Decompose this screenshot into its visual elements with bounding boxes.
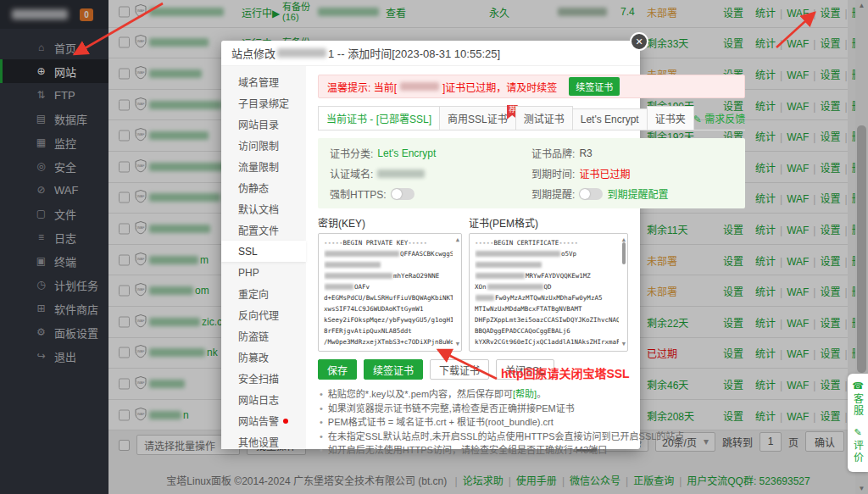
cert-text: kYXRv2CGt960eICjxQC1addlA1NAksZHIrxmaFh5… [475,338,619,346]
cert-text-line: kSeey2iFOkspMqez/ybFywqyGU5/g1ogHIBsig0k… [324,314,453,325]
modal-menu-伪静态[interactable]: 伪静态 [221,177,306,198]
cert-text-line: XOnQD [475,281,619,292]
cert-text: /Mw0pe3MdRzxejXTmbS3+c7ODiXPjn8uWo076/K [324,338,453,346]
ssl-note: •如果浏览器提示证书链不完整,请检查是否正确拼接PEM证书 [318,402,745,416]
cert-field-label: 证书品牌: [531,146,575,160]
note-icon: ✎ [693,114,704,125]
close-icon[interactable]: ✕ [630,32,648,51]
pem-cert-textarea[interactable]: ▲ ▼ -----BEGIN CERTIFICATE-----o5VpMRYwF… [469,233,628,352]
review-label: 评价 [851,440,865,463]
review-button[interactable]: ✎ 评价 [851,427,865,463]
ssl-note: •如开启后无法使用HTTPS访问，请检查安全组是否正确放行443端口 [318,443,745,458]
modal-menu-防篡改[interactable]: 防篡改 [221,347,306,368]
cert-text: -----BEGIN PRIVATE KEY----- [324,239,427,247]
scroll-down-icon[interactable]: ▼ [456,339,459,350]
cert-text: Fw0yMzAzMTQwNzUxMDhaFw0yMzA5 [495,294,602,302]
customer-service-button[interactable]: ☎ 客服 [851,380,865,417]
ssl-tabs: 当前证书 - [已部署SSL]商用SSL证书荐测试证书Let's Encrypt… [318,106,745,130]
modal-menu-域名管理[interactable]: 域名管理 [221,71,306,92]
renew-cert-button[interactable]: 续签证书 [569,77,620,96]
feedback-label: 需求反馈 [704,114,745,125]
bullet-icon: • [320,387,323,402]
modal-menu-子目录绑定[interactable]: 子目录绑定 [221,92,306,114]
cert-text: QD [544,283,552,291]
cert-text-blurred [476,273,525,279]
tab-Let's Encrypt[interactable]: Let's Encrypt [572,108,648,130]
modal-menu-流量限制[interactable]: 流量限制 [221,156,306,177]
cert-text: DHFpZXppLmt3ei5oazCCASIwDQYJKoZIhvcNAQE [475,316,619,324]
下载证书-button[interactable]: 下载证书 [430,359,489,380]
alert-text-suffix: ]证书已过期，请及时续签 [442,80,557,94]
cert-field: 认证域名: [330,166,531,180]
toggle-off[interactable] [579,188,603,200]
modal-menu-防盗链[interactable]: 防盗链 [221,325,306,347]
cert-text-line: kYXRv2CGt960eICjxQC1addlA1NAksZHIrxmaFh5… [475,336,619,347]
modal-menu-访问限制[interactable]: 访问限制 [221,135,306,156]
modal-menu-默认文档[interactable]: 默认文档 [221,198,306,219]
tab-当前证书 - [已部署SSL][interactable]: 当前证书 - [已部署SSL] [318,106,440,130]
ssl-panel: 温馨提示: 当前[ ]证书已过期，请及时续签 续签证书 当前证书 - [已部署S… [306,66,757,449]
note-text: 如开启后无法使用HTTPS访问，请检查安全组是否正确放行443端口 [328,443,607,458]
modal-title-suffix: 1 -- 添加时间[2023-08-31 10:55:25] [328,45,500,61]
cert-text: QFFAASCBKcwggS [400,250,453,258]
cert-text: MTIwNzUxMDdaMBcxFTATBgNVBAMT [475,305,581,313]
cert-field: 强制HTTPS: [330,186,531,201]
note-text: 粘贴您的*.key以及*.pem内容，然后保存即可[帮助]。 [328,387,546,402]
cert-expired-alert: 温馨提示: 当前[ ]证书已过期，请及时续签 续签证书 [318,75,745,98]
cert-field: 证书品牌:R3 [531,146,733,160]
note-text: PEM格式证书 = 域名证书.crt + 根证书(root_bundle).cr… [328,415,554,430]
cert-domain-blurred [377,169,425,178]
续签证书-button[interactable]: 续签证书 [364,359,423,380]
feedback-link[interactable]: ✎ 需求反馈 [693,111,745,130]
cert-text-line: xwsSIF74LC9J6WUDAoKTtGymW1 [324,303,453,314]
cert-info-panel: 证书分类:Let's Encrypt认证域名:强制HTTPS: 证书品牌:R3到… [318,138,745,208]
modal-menu-SSL[interactable]: SSL [221,241,306,262]
cert-text-line [324,259,453,270]
ssl-note: •PEM格式证书 = 域名证书.crt + 根证书(root_bundle).c… [318,415,745,430]
cert-field-value: R3 [579,147,592,159]
modal-title-prefix: 站点修改 [231,45,275,61]
reminder-config-link[interactable]: 到期提醒配置 [607,186,668,201]
modal-menu-PHP[interactable]: PHP [221,262,306,283]
cert-text-blurred [476,251,560,257]
bullet-icon: • [320,430,323,444]
cert-text-line: MTIwNzUxMDdaMBcxFTATBgNVBAMT [475,303,619,314]
modal-menu-网站告警[interactable]: 网站告警 [221,410,306,431]
cert-text-line: /Mw0pe3MdRzxejXTmbS3+c7ODiXPjn8uWo076/K [324,336,453,347]
cert-text-blurred [325,251,399,257]
textarea-labels: 密钥(KEY) 证书(PEM格式) [318,215,745,230]
cert-text: XOn [475,283,487,291]
modal-menu-反向代理[interactable]: 反向代理 [221,304,306,325]
private-key-textarea[interactable]: ▲ ▼ -----BEGIN PRIVATE KEY-----QFFAASCBK… [318,233,462,352]
cert-text-blurred [325,273,392,279]
modal-menu-重定向[interactable]: 重定向 [221,283,306,304]
cert-text: 8rFERjgvAtipQuxNLA85ddt [324,327,412,335]
modal-menu-安全扫描[interactable]: 安全扫描 [221,368,306,389]
scroll-down-icon[interactable]: ▼ [622,339,626,350]
cert-text-line: -----BEGIN CERTIFICATE----- [475,237,619,248]
ssl-note: •在未指定SSL默认站点时,未开启SSL的站点使用HTTPS会直接访问到已开启S… [318,430,745,444]
cert-text: mhYeRaO29NNE [393,272,439,280]
tab-证书夹[interactable]: 证书夹 [647,106,694,130]
cert-text-line: Fw0yMzAzMTQwNzUxMDhaFw0yMzA5 [475,292,619,303]
modal-menu-配置文件[interactable]: 配置文件 [221,219,306,241]
cert-field-label: 到期时间: [531,166,575,180]
cert-field-label: 强制HTTPS: [330,186,387,201]
cert-text-line: o5Vp [475,248,619,259]
site-name-blurred [277,48,326,58]
tab-商用SSL证书[interactable]: 商用SSL证书荐 [439,106,516,130]
cert-text-line: 8rFERjgvAtipQuxNLA85ddt [324,325,453,336]
tab-测试证书[interactable]: 测试证书 [515,106,573,130]
modal-menu-网站目录[interactable]: 网站目录 [221,114,306,135]
scroll-up-icon[interactable]: ▲ [456,235,459,246]
customer-service-label: 客服 [851,393,865,417]
textarea-scrollbar-thumb[interactable] [622,242,626,264]
help-link[interactable]: [帮助] [513,389,537,399]
保存-button[interactable]: 保存 [318,359,357,380]
modal-menu-网站日志[interactable]: 网站日志 [221,389,306,410]
annotation-text: http回原请关闭宝塔SSL [501,364,630,381]
modal-menu-其他设置[interactable]: 其他设置 [221,431,306,452]
cert-field: 到期时间:证书已过期 [531,166,733,180]
cert-text-blurred [487,284,543,290]
toggle-off[interactable] [391,188,415,200]
